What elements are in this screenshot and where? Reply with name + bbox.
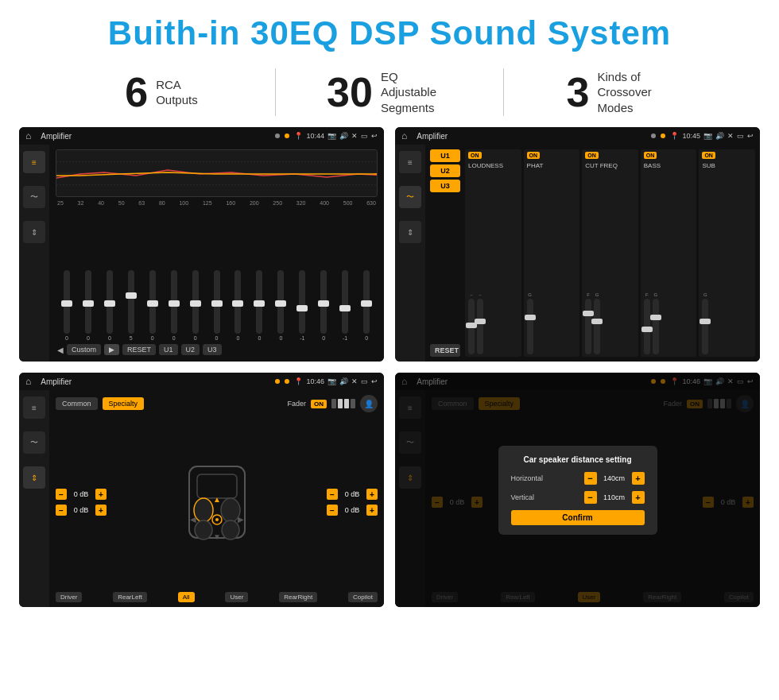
fader-bar-1 [331, 399, 336, 408]
sidebar-wave-btn[interactable]: 〜 [23, 186, 45, 208]
speaker-status-icons: 📍 10:46 📷 🔊 ✕ ▭ ↩ [294, 377, 378, 385]
vertical-val: 110cm [600, 493, 629, 501]
reset-btn[interactable]: RESET [122, 344, 156, 355]
status-dot-6 [285, 379, 289, 384]
right-controls: − 0 dB + − 0 dB + [327, 489, 378, 516]
preset-u1[interactable]: U1 [430, 149, 460, 162]
btn-driver[interactable]: Driver [56, 592, 82, 602]
sidebar-eq-btn[interactable]: ≡ [23, 151, 45, 173]
volume-icon-2: 🔊 [715, 132, 724, 140]
tab-common[interactable]: Common [56, 397, 98, 410]
preset-u3[interactable]: U3 [430, 180, 460, 192]
window-icon: ▭ [361, 132, 368, 140]
sub-sliders: G [702, 169, 752, 354]
sidebar-wave-btn-3[interactable]: 〜 [23, 431, 45, 454]
prev-icon[interactable]: ◀ [57, 346, 64, 354]
eq-slider-15: 0 [357, 270, 376, 341]
crossover-panels: ON LOUDNESS ~ ~ [465, 149, 755, 357]
vertical-minus-btn[interactable]: − [584, 491, 597, 504]
panel-phat: ON PHAT G [524, 149, 580, 357]
horizontal-val: 140cm [600, 474, 629, 482]
crossover-screen-content: ≡ 〜 ⇕ U1 U2 U3 RESET [395, 145, 760, 362]
profile-icon[interactable]: 👤 [360, 395, 378, 412]
pin-icon: 📍 [294, 132, 303, 140]
speaker-tabs: Common Specialty Fader ON 👤 [56, 395, 378, 412]
btn-rearright[interactable]: RearRight [279, 592, 317, 602]
svg-point-12 [215, 518, 219, 521]
fader-on-badge: ON [311, 400, 327, 408]
eq-slider-7: 0 [186, 270, 205, 341]
eq-app-title: Amplifier [41, 132, 270, 141]
eq-screen-content: ≡ 〜 ⇕ [19, 145, 384, 362]
stat-eq: 30 EQ AdjustableSegments [276, 69, 503, 116]
confirm-button[interactable]: Confirm [511, 510, 645, 525]
speaker-time: 10:46 [306, 377, 324, 385]
status-dot-1 [275, 133, 280, 138]
vertical-plus-btn[interactable]: + [632, 491, 645, 504]
eq-curve-svg [56, 150, 377, 196]
vol-rr-plus[interactable]: + [366, 505, 378, 516]
eq-graph [56, 149, 378, 197]
horizontal-plus-btn[interactable]: + [632, 472, 645, 485]
dialog-vertical-row: Vertical − 110cm + [511, 491, 645, 504]
u1-btn[interactable]: U1 [159, 344, 178, 355]
x-icon: ✕ [351, 132, 358, 140]
back-icon-2: ↩ [747, 132, 754, 140]
sidebar-arrows-btn-2[interactable]: ⇕ [399, 221, 421, 243]
sidebar-arrows-btn-3[interactable]: ⇕ [23, 466, 45, 489]
sidebar-eq-btn-3[interactable]: ≡ [23, 396, 45, 419]
eq-slider-4: 5 [122, 270, 141, 341]
btn-user[interactable]: User [225, 592, 248, 602]
u3-btn[interactable]: U3 [203, 344, 222, 355]
preset-u2[interactable]: U2 [430, 164, 460, 177]
sub-on-badge: ON [702, 152, 715, 159]
home-icon: ⌂ [25, 130, 31, 141]
tab-specialty[interactable]: Specialty [103, 397, 145, 410]
bass-label: BASS [644, 162, 694, 169]
sidebar-arrows-btn[interactable]: ⇕ [23, 221, 45, 243]
vol-rl-minus[interactable]: − [56, 505, 67, 516]
phat-sliders: G [527, 169, 577, 354]
sidebar-wave-btn-2[interactable]: 〜 [399, 186, 421, 208]
vol-rl-plus[interactable]: + [95, 505, 107, 516]
loudness-on-badge: ON [468, 152, 482, 159]
eq-sidebar: ≡ 〜 ⇕ [19, 145, 49, 362]
eq-slider-5: 0 [143, 270, 162, 341]
back-icon-3: ↩ [371, 377, 378, 385]
window-icon-3: ▭ [361, 377, 368, 385]
u2-btn[interactable]: U2 [181, 344, 200, 355]
vol-rr-minus[interactable]: − [327, 505, 338, 516]
bass-sliders: F G [644, 169, 694, 354]
back-icon: ↩ [371, 132, 378, 140]
btn-copilot[interactable]: Copilot [348, 592, 378, 602]
window-icon-2: ▭ [737, 132, 744, 140]
vol-fl-minus[interactable]: − [56, 489, 67, 500]
camera-icon-3: 📷 [327, 377, 336, 385]
crossover-reset-btn[interactable]: RESET [430, 344, 460, 357]
btn-all[interactable]: All [178, 592, 195, 602]
stat-crossover: 3 Kinds ofCrossover Modes [504, 69, 731, 116]
vol-fl-plus[interactable]: + [95, 489, 107, 500]
eq-freq-labels: 25 32 40 50 63 80 100 125 160 200 250 32… [56, 200, 378, 206]
panel-cutfreq: ON CUT FREQ F G [582, 149, 638, 357]
eq-slider-8: 0 [207, 270, 227, 341]
eq-footer: ◀ Custom ▶ RESET U1 U2 U3 [56, 341, 378, 357]
horizontal-minus-btn[interactable]: − [584, 472, 597, 485]
volume-icon: 🔊 [339, 132, 348, 140]
sidebar-eq-btn-2[interactable]: ≡ [399, 151, 421, 173]
loudness-sliders: ~ ~ [468, 169, 518, 354]
svg-point-10 [222, 520, 239, 540]
vol-fr-minus[interactable]: − [327, 489, 338, 500]
vol-fr-plus[interactable]: + [366, 489, 378, 500]
stat-eq-text: EQ AdjustableSegments [381, 69, 452, 116]
panel-bass: ON BASS F G [641, 149, 697, 357]
crossover-app-title: Amplifier [417, 132, 646, 141]
btn-rearleft[interactable]: RearLeft [113, 592, 147, 602]
eq-slider-13: 0 [314, 270, 333, 341]
loudness-label: LOUDNESS [468, 162, 518, 169]
speaker-footer: Driver RearLeft All User RearRight Copil… [56, 592, 378, 602]
eq-slider-9: 0 [229, 270, 248, 341]
status-dot-3 [651, 133, 656, 138]
screen-speaker: ⌂ Amplifier 📍 10:46 📷 🔊 ✕ ▭ ↩ ≡ 〜 ⇕ [19, 373, 384, 607]
play-btn[interactable]: ▶ [104, 344, 119, 355]
